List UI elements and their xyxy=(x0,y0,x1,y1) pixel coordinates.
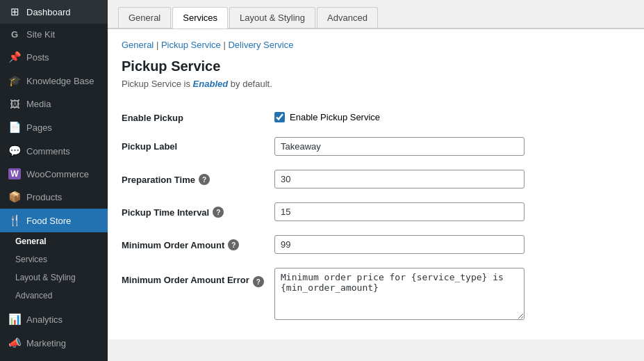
sidebar-item-label: WooCommerce xyxy=(26,169,89,179)
submenu-label: Layout & Styling xyxy=(15,273,76,282)
breadcrumb-delivery-link[interactable]: Delivery Service xyxy=(228,40,293,50)
tab-services[interactable]: Services xyxy=(172,7,228,29)
pickup-interval-label: Pickup Time Interval ? xyxy=(122,202,274,218)
food-store-icon: 🍴 xyxy=(8,214,21,227)
breadcrumb-general-link[interactable]: General xyxy=(122,40,154,50)
sidebar-item-dashboard[interactable]: ⊞ Dashboard xyxy=(0,0,108,24)
sidebar-item-label: Site Kit xyxy=(26,29,55,40)
form-row-pickup-label: Pickup Label xyxy=(122,130,630,163)
status-prefix: Pickup Service is xyxy=(122,79,190,89)
enable-pickup-checkbox[interactable] xyxy=(274,112,285,122)
form-row-prep-time: Preparation Time ? xyxy=(122,163,630,195)
sidebar-item-food-store[interactable]: 🍴 Food Store xyxy=(0,209,108,232)
status-enabled: Enabled xyxy=(193,79,229,89)
sidebar-item-label: Products xyxy=(26,192,62,202)
sidebar-item-knowledge-base[interactable]: 🎓 Knowledge Base xyxy=(0,69,108,93)
sidebar-item-comments[interactable]: 💬 Comments xyxy=(0,139,108,163)
analytics-icon: 📊 xyxy=(8,313,21,326)
prep-time-field xyxy=(274,170,630,188)
knowledge-base-icon: 🎓 xyxy=(8,74,21,87)
sidebar-submenu-general[interactable]: General xyxy=(0,232,108,250)
status-text: Pickup Service is Enabled by default. xyxy=(122,79,630,89)
pickup-label-input[interactable] xyxy=(274,137,525,156)
sidebar-item-label: Analytics xyxy=(26,314,63,325)
main-content: General Services Layout & Styling Advanc… xyxy=(108,0,644,361)
sidebar-item-label: Pages xyxy=(26,122,52,133)
breadcrumb: General | Pickup Service | Delivery Serv… xyxy=(122,40,630,50)
tab-advanced[interactable]: Advanced xyxy=(317,7,378,28)
tab-layout-styling[interactable]: Layout & Styling xyxy=(229,7,315,28)
sidebar-submenu-layout-styling[interactable]: Layout & Styling xyxy=(0,268,108,287)
tab-general[interactable]: General xyxy=(118,7,171,28)
breadcrumb-pickup-link[interactable]: Pickup Service xyxy=(161,40,221,50)
sidebar-submenu-services[interactable]: Services xyxy=(0,250,108,268)
form-row-min-order-error: Minimum Order Amount Error ? Minimum ord… xyxy=(122,261,630,329)
min-order-error-field: Minimum order price for {service_type} i… xyxy=(274,268,630,322)
sidebar-item-analytics[interactable]: 📊 Analytics xyxy=(0,307,108,331)
enable-pickup-checkbox-label: Enable Pickup Service xyxy=(290,112,380,122)
enable-pickup-label: Enable Pickup xyxy=(122,109,274,123)
sidebar-item-label: Media xyxy=(26,99,51,109)
min-order-label: Minimum Order Amount ? xyxy=(122,235,274,250)
prep-time-label: Preparation Time ? xyxy=(122,170,274,185)
pages-icon: 📄 xyxy=(8,121,21,134)
dashboard-icon: ⊞ xyxy=(8,6,21,18)
sidebar-item-media[interactable]: 🖼 Media xyxy=(0,93,108,115)
pickup-interval-input[interactable] xyxy=(274,202,525,221)
breadcrumb-sep1: | xyxy=(156,40,161,50)
prep-time-input[interactable] xyxy=(274,170,525,188)
sidebar-item-marketing[interactable]: 📣 Marketing xyxy=(0,331,108,355)
comments-icon: 💬 xyxy=(8,145,21,157)
sidebar-item-woocommerce[interactable]: W WooCommerce xyxy=(0,163,108,185)
submenu-label: Advanced xyxy=(15,291,52,300)
prep-time-help-icon[interactable]: ? xyxy=(199,174,210,185)
min-order-error-help-icon[interactable]: ? xyxy=(253,276,264,287)
sidebar-item-site-kit[interactable]: G Site Kit xyxy=(0,24,108,45)
min-order-input[interactable] xyxy=(274,235,525,254)
pickup-interval-help-icon[interactable]: ? xyxy=(213,207,224,218)
sidebar-item-products[interactable]: 📦 Products xyxy=(0,185,108,209)
woocommerce-icon: W xyxy=(8,168,21,179)
sidebar-item-pages[interactable]: 📄 Pages xyxy=(0,115,108,139)
sidebar-item-label: Dashboard xyxy=(26,7,71,17)
sidebar-item-label: Marketing xyxy=(26,338,66,348)
submenu-label: General xyxy=(15,236,47,246)
form-row-pickup-interval: Pickup Time Interval ? xyxy=(122,195,630,228)
form-row-min-order: Minimum Order Amount ? xyxy=(122,228,630,261)
sidebar-item-label: Comments xyxy=(26,146,70,157)
sidebar-item-posts[interactable]: 📌 Posts xyxy=(0,45,108,69)
site-kit-icon: G xyxy=(8,29,21,40)
products-icon: 📦 xyxy=(8,191,21,203)
enable-pickup-field: Enable Pickup Service xyxy=(274,109,630,122)
media-icon: 🖼 xyxy=(8,98,21,110)
sidebar-item-label: Posts xyxy=(26,52,49,63)
form-row-enable-pickup: Enable Pickup Enable Pickup Service xyxy=(122,102,630,130)
sidebar: ⊞ Dashboard G Site Kit 📌 Posts 🎓 Knowled… xyxy=(0,0,108,361)
sidebar-submenu-advanced[interactable]: Advanced xyxy=(0,287,108,305)
marketing-icon: 📣 xyxy=(8,337,21,349)
tab-bar: General Services Layout & Styling Advanc… xyxy=(108,0,644,29)
min-order-field xyxy=(274,235,630,254)
page-title: Pickup Service xyxy=(122,58,630,74)
pickup-interval-field xyxy=(274,202,630,221)
sidebar-item-label: Food Store xyxy=(26,216,71,226)
min-order-error-label: Minimum Order Amount Error ? xyxy=(122,268,274,287)
pickup-label-field xyxy=(274,137,630,156)
content-area: General | Pickup Service | Delivery Serv… xyxy=(108,29,644,339)
min-order-error-textarea[interactable]: Minimum order price for {service_type} i… xyxy=(274,268,525,320)
sidebar-submenu: General Services Layout & Styling Advanc… xyxy=(0,232,108,305)
sidebar-item-label: Knowledge Base xyxy=(26,76,94,86)
pickup-label-label: Pickup Label xyxy=(122,137,274,152)
posts-icon: 📌 xyxy=(8,51,21,63)
status-suffix: by default. xyxy=(231,79,272,89)
submenu-label: Services xyxy=(15,255,47,264)
enable-pickup-checkbox-row: Enable Pickup Service xyxy=(274,109,630,122)
min-order-help-icon[interactable]: ? xyxy=(228,239,239,250)
